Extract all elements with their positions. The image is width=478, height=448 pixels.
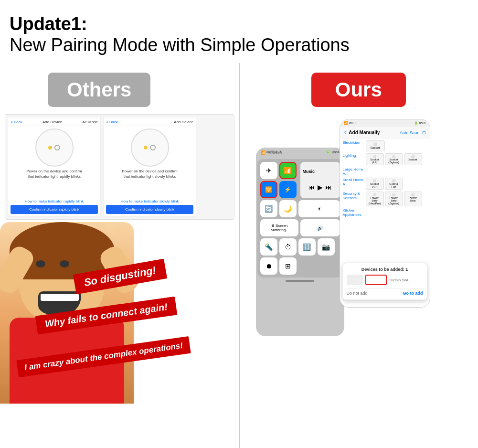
wifi-icon-btn[interactable]: 🛜: [260, 181, 277, 198]
tuya-status-bar: 📶 WiFi 🔋 85%: [340, 119, 430, 127]
ios-phone: 📶 中国移动 🔋 86% ✈ 📶 �: [256, 148, 344, 336]
home-indicator: [286, 280, 314, 282]
cc-row-3: 🖥 ScreenMirroring 🔊: [260, 219, 340, 236]
tuya-title: Add Manually: [349, 130, 380, 135]
bluetooth-btn[interactable]: ⚡: [279, 181, 297, 198]
timer-btn[interactable]: ⏱: [279, 238, 297, 256]
cat-label-large: Large Home A...: [343, 167, 366, 176]
confirm-btn-2[interactable]: Confirm indicator slowly blink: [106, 205, 193, 214]
wifi-btn[interactable]: 📶: [279, 162, 297, 179]
cat-label-electrician: Electrician: [343, 140, 366, 145]
volume-slider[interactable]: 🔊: [300, 219, 340, 236]
category-section: Electrician ⬜Socket Lighting ⬜Socket(AP)…: [340, 139, 430, 248]
screen1-title: Add Device: [42, 120, 62, 124]
tuya-phone: 📶 WiFi 🔋 85% < Add Manually Auto Scan ⊡ …: [340, 119, 430, 308]
confirm-btn-1[interactable]: Confirm indicator rapidly blink: [11, 205, 98, 214]
dialog-actions: Do not add Go to add: [347, 288, 423, 296]
yellow-dot-2: [144, 146, 148, 149]
title-line1: Update1:: [10, 14, 468, 34]
tuya-auto-scan[interactable]: Auto Scan: [400, 130, 420, 135]
control-center: ✈ 📶 🛜 ⚡ Music ⏮: [257, 159, 343, 277]
cc-row-5: ⏺ ⊞: [260, 257, 340, 275]
socket-item-2[interactable]: ⬜Socket: [404, 153, 422, 165]
right-panel: Ours 📶 中国移动 🔋 86% ✈: [239, 63, 478, 448]
cat-items-lighting: ⬜Socket(AP) ⬜Socket(Zigbee) ⬜Socket: [366, 153, 422, 165]
carrier-label: 📶 中国移动: [261, 150, 282, 155]
caption-2: Power on the device and confirmthat indi…: [106, 169, 193, 179]
ios-status-bar: 📶 中国移动 🔋 86%: [256, 148, 344, 158]
cc-row-2: 🔄 🌙 ☀: [260, 200, 340, 217]
header-section: Update1: New Pairing Mode with Simple Op…: [0, 0, 478, 63]
cc-row-1: ✈ 📶 🛜 ⚡ Music ⏮: [260, 162, 340, 198]
power-strip-2[interactable]: ⬜Power Strip (Zigbee): [385, 192, 403, 206]
ap-mode-label: AP Mode: [82, 120, 98, 124]
content-area: Others < Back Add Device AP Mode Power o…: [0, 63, 478, 448]
ceiling-fan-item[interactable]: ⬜CeilingFan: [385, 178, 403, 190]
cat-lighting: Lighting ⬜Socket(AP) ⬜Socket(Zigbee) ⬜So…: [343, 153, 427, 165]
camera-btn[interactable]: 📷: [318, 238, 335, 256]
back-btn-1: < Back: [11, 120, 22, 124]
screen-rapid-blink: < Back Add Device AP Mode Power on the d…: [8, 117, 101, 217]
prev-btn[interactable]: ⏮: [308, 183, 315, 191]
go-to-add-btn[interactable]: Go to add: [403, 291, 423, 296]
do-not-add-btn[interactable]: Do not add: [347, 291, 368, 296]
cat-kitchen: Kitchen Appliances: [343, 208, 427, 217]
screen-mirror-btn[interactable]: 🖥 ScreenMirroring: [260, 219, 298, 236]
others-badge: Others: [48, 73, 150, 107]
device-icon-2: [131, 128, 169, 167]
socket-ap-item[interactable]: ⬜Socket(AP): [366, 153, 384, 165]
ours-badge: Ours: [311, 73, 406, 107]
cat-label-kitchen: Kitchen Appliances: [343, 208, 366, 217]
airplane-btn[interactable]: ✈: [260, 162, 277, 179]
dnd-btn[interactable]: 🌙: [279, 200, 297, 217]
how-to-link-2[interactable]: How to make indicator slowly blink: [106, 199, 193, 203]
back-btn-2: < Back: [106, 120, 118, 124]
cat-items-small: ⬜Socket(AP) ⬜CeilingFan: [366, 178, 403, 190]
cat-small-home: Small Home A... ⬜Socket(AP) ⬜CeilingFan: [343, 178, 427, 190]
cat-label-security: Security & Sensors: [343, 192, 366, 200]
tuya-back-btn[interactable]: <: [344, 130, 347, 135]
cat-label-small: Small Home A...: [343, 178, 366, 186]
cat-security: Security & Sensors ⬜Power Strip (NewPro)…: [343, 192, 427, 206]
power-strip-1[interactable]: ⬜Power Strip (NewPro): [366, 192, 384, 206]
cat-large-home: Large Home A...: [343, 167, 427, 176]
battery-label: 🔋 86%: [326, 150, 339, 155]
socket-ap-item2[interactable]: ⬜Socket(AP): [366, 178, 384, 190]
left-panel: Others < Back Add Device AP Mode Power o…: [0, 63, 239, 448]
device-red-box: [365, 275, 387, 285]
tuya-expand-btn[interactable]: ⊡: [422, 130, 426, 135]
music-label: Music: [303, 169, 338, 174]
power-strip-3[interactable]: ⬜Power Strip: [404, 192, 422, 206]
caption-1: Power on the device and confirmthat indi…: [11, 169, 98, 179]
socket-zigbee-item[interactable]: ⬜Socket(Zigbee): [385, 153, 403, 165]
rotation-btn[interactable]: 🔄: [260, 200, 277, 217]
yellow-dot-1: [48, 146, 52, 149]
brightness-slider[interactable]: ☀: [298, 200, 340, 217]
device-label: Curtain Swi...: [389, 278, 412, 282]
cc-row-4: 🔦 ⏱ 🔢 📷: [260, 238, 340, 256]
record-btn[interactable]: ⏺: [260, 257, 277, 275]
tuya-header: < Add Manually Auto Scan ⊡: [340, 127, 430, 139]
music-controls: ⏮ ▶ ⏭: [303, 183, 338, 191]
title-line2: New Pairing Mode with Simple Operations: [10, 34, 468, 56]
socket-item[interactable]: ⬜Socket: [366, 140, 385, 151]
device-row: Curtain Swi...: [347, 275, 423, 285]
how-to-link-1[interactable]: How to make indicator rapidly blink: [11, 199, 98, 203]
screen2-title: Add Device: [174, 120, 193, 124]
play-btn[interactable]: ▶: [318, 183, 323, 191]
screen1-header: < Back Add Device AP Mode: [11, 120, 98, 126]
ring-icon-1: [54, 145, 60, 150]
screen-slow-blink: < Back Add Device Power on the device an…: [103, 117, 196, 217]
calc-btn[interactable]: 🔢: [298, 238, 316, 256]
next-btn[interactable]: ⏭: [325, 183, 332, 191]
cat-items-security: ⬜Power Strip (NewPro) ⬜Power Strip (Zigb…: [366, 192, 422, 206]
cc-left-grid: ✈ 📶 🛜 ⚡: [260, 162, 298, 198]
devices-dialog: Devices to be added: 1 Curtain Swi... Do…: [342, 263, 427, 300]
cat-label-lighting: Lighting: [343, 153, 366, 158]
device-icon-1: [35, 128, 74, 167]
screen2-header: < Back Add Device: [106, 120, 193, 126]
music-widget: Music ⏮ ▶ ⏭: [300, 162, 340, 198]
qr-btn[interactable]: ⊞: [279, 257, 297, 275]
torch-btn[interactable]: 🔦: [260, 238, 277, 256]
cat-electrician: Electrician ⬜Socket: [343, 140, 427, 151]
